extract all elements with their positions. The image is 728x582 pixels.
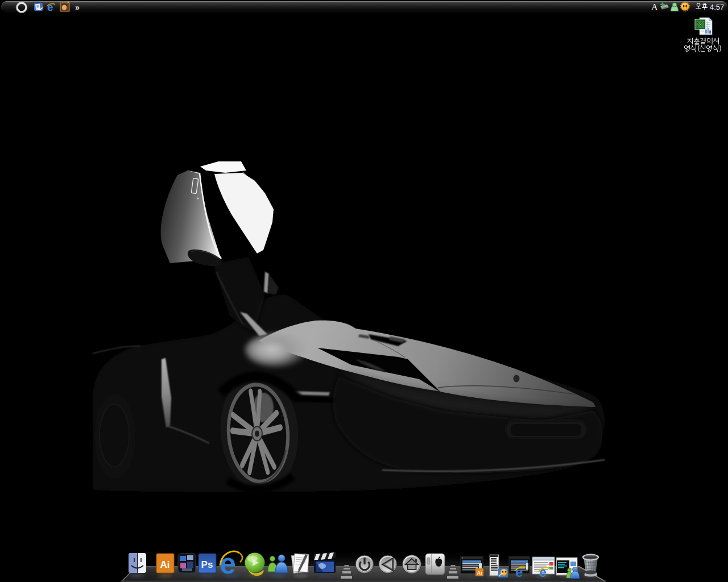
svg-text:e: e [47, 1, 53, 13]
svg-text:»: » [75, 3, 80, 12]
svg-text:Ai: Ai [160, 559, 170, 570]
svg-text:Ps: Ps [201, 559, 213, 570]
svg-text:4:57: 4:57 [710, 3, 724, 11]
svg-text:A: A [651, 2, 658, 12]
